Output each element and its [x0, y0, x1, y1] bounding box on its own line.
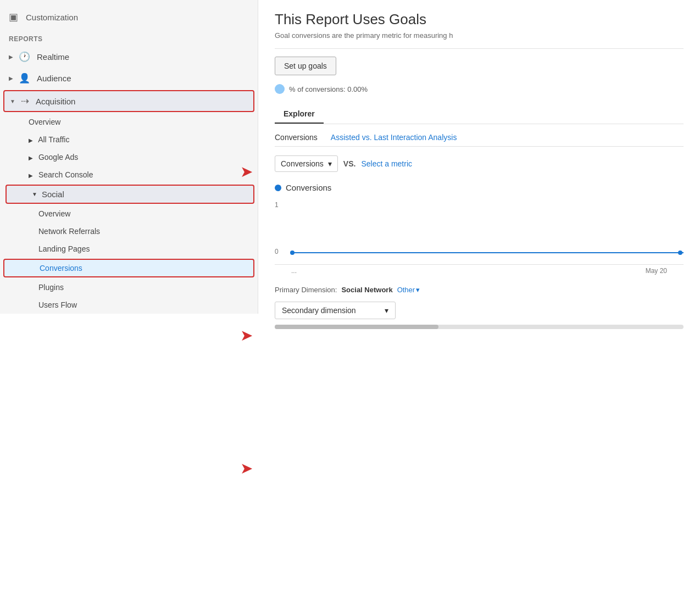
- secondary-dimension-label: Secondary dimension: [282, 306, 356, 315]
- chart-x-start: ...: [291, 267, 297, 275]
- chart-x-end: May 20: [646, 267, 667, 275]
- sidebar-item-google-ads[interactable]: ▶ Google Ads: [0, 148, 258, 166]
- select-metric-link[interactable]: Select a metric: [361, 159, 412, 168]
- sidebar-item-social[interactable]: ▼ Social: [5, 185, 254, 204]
- secondary-dimension-area: Secondary dimension ▾: [275, 302, 684, 319]
- chart-legend-label: Conversions: [286, 183, 331, 192]
- search-console-arrow-icon: ▶: [29, 172, 33, 179]
- sidebar-item-realtime[interactable]: ▶ 🕐 Realtime: [0, 46, 258, 68]
- chart-x-labels: ... May 20: [275, 265, 684, 275]
- social-overview-label: Overview: [38, 209, 70, 218]
- divider-1: [275, 48, 684, 49]
- metric-dropdown-label: Conversions: [281, 159, 324, 168]
- sidebar-item-plugins[interactable]: Plugins: [0, 279, 258, 296]
- sidebar-item-overview[interactable]: Overview: [0, 113, 258, 131]
- all-traffic-arrow-icon: ▶: [29, 137, 33, 143]
- landing-pages-label: Landing Pages: [38, 244, 90, 253]
- table-scroll-bar[interactable]: [275, 325, 684, 329]
- overview-label: Overview: [29, 118, 60, 126]
- page-subtitle: Goal conversions are the primary metric …: [275, 31, 684, 40]
- audience-label: Audience: [37, 74, 71, 83]
- social-label: Social: [42, 190, 64, 199]
- sidebar-item-search-console[interactable]: ▶ Search Console: [0, 166, 258, 183]
- acquisition-icon: ⇢: [21, 95, 29, 107]
- sidebar-item-social-overview[interactable]: Overview: [0, 205, 258, 222]
- vs-text: VS.: [343, 159, 356, 168]
- arrow-annotation-conversions: ➤: [240, 459, 253, 477]
- sub-tab-assisted[interactable]: Assisted vs. Last Interaction Analysis: [331, 133, 457, 142]
- secondary-dimension-chevron-icon: ▾: [385, 306, 388, 315]
- audience-icon: 👤: [19, 73, 30, 84]
- table-scroll-thumb: [275, 325, 438, 329]
- search-console-label: Search Console: [38, 170, 93, 179]
- social-arrow-icon: ▼: [32, 191, 37, 197]
- chart-container: 1 0: [275, 199, 684, 265]
- primary-dimension-other-link[interactable]: Other ▾: [397, 286, 420, 294]
- sidebar-item-acquisition[interactable]: ▼ ⇢ Acquisition: [3, 90, 254, 112]
- primary-dimension-label: Primary Dimension:: [275, 286, 337, 294]
- sidebar: ▣ Customization REPORTS ▶ 🕐 Realtime ▶ 👤…: [0, 0, 258, 314]
- sidebar-item-network-referrals[interactable]: Network Referrals: [0, 222, 258, 240]
- conversions-pct-indicator: [275, 84, 285, 94]
- realtime-icon: 🕐: [19, 51, 30, 63]
- acquisition-label: Acquisition: [36, 97, 76, 106]
- sidebar-item-landing-pages[interactable]: Landing Pages: [0, 240, 258, 258]
- main-content: This Report Uses Goals Goal conversions …: [258, 0, 700, 601]
- conversions-pct-row: % of conversions: 0.00%: [275, 84, 684, 94]
- sidebar-item-audience[interactable]: ▶ 👤 Audience: [0, 68, 258, 89]
- sub-tab-conversions: Conversions: [275, 133, 318, 142]
- tabs-bar: Explorer: [275, 105, 684, 124]
- google-ads-arrow-icon: ▶: [29, 155, 33, 161]
- network-referrals-label: Network Referrals: [38, 227, 100, 236]
- users-flow-label: Users Flow: [38, 300, 77, 309]
- setup-goals-button[interactable]: Set up goals: [275, 57, 336, 75]
- sidebar-item-conversions[interactable]: Conversions: [3, 259, 254, 277]
- arrow-annotation-social: ➤: [240, 326, 253, 344]
- customization-icon: ▣: [9, 11, 18, 23]
- realtime-label: Realtime: [37, 52, 69, 62]
- chart-y-label-1: 1: [275, 201, 279, 209]
- google-ads-label: Google Ads: [38, 153, 78, 162]
- secondary-dimension-dropdown[interactable]: Secondary dimension ▾: [275, 302, 396, 319]
- all-traffic-label: All Traffic: [38, 135, 69, 144]
- primary-dimension-other-text: Other: [397, 286, 415, 294]
- sidebar-item-customization[interactable]: ▣ Customization: [0, 5, 258, 29]
- realtime-arrow-icon: ▶: [9, 54, 13, 60]
- metric-dropdown-chevron-icon: ▾: [328, 159, 332, 168]
- metric-dropdown[interactable]: Conversions ▾: [275, 155, 338, 172]
- tab-explorer[interactable]: Explorer: [275, 105, 324, 124]
- reports-label: REPORTS: [0, 29, 258, 46]
- chart-y-label-0: 0: [275, 248, 279, 255]
- chart-dot-start: [290, 251, 295, 255]
- customization-label: Customization: [26, 13, 78, 22]
- sub-tabs: Conversions Assisted vs. Last Interactio…: [275, 133, 684, 147]
- chart-dot-end: [678, 251, 682, 255]
- chart-area: Conversions 1 0 ... May 20: [275, 183, 684, 275]
- primary-dimension-value: Social Network: [341, 286, 392, 294]
- chart-legend: Conversions: [275, 183, 684, 192]
- chart-line: [291, 252, 684, 253]
- conversions-label: Conversions: [40, 264, 82, 272]
- primary-dimension-chevron-icon: ▾: [416, 286, 420, 294]
- metric-selector: Conversions ▾ VS. Select a metric: [275, 155, 684, 172]
- page-title: This Report Uses Goals: [275, 11, 684, 28]
- sidebar-item-users-flow[interactable]: Users Flow: [0, 296, 258, 314]
- chart-legend-dot: [275, 185, 281, 191]
- conversions-pct-text: % of conversions: 0.00%: [289, 85, 368, 93]
- plugins-label: Plugins: [38, 283, 64, 292]
- primary-dimension-row: Primary Dimension: Social Network Other …: [275, 286, 684, 294]
- acquisition-arrow-icon: ▼: [10, 98, 15, 104]
- audience-arrow-icon: ▶: [9, 75, 13, 81]
- sidebar-item-all-traffic[interactable]: ▶ All Traffic: [0, 131, 258, 148]
